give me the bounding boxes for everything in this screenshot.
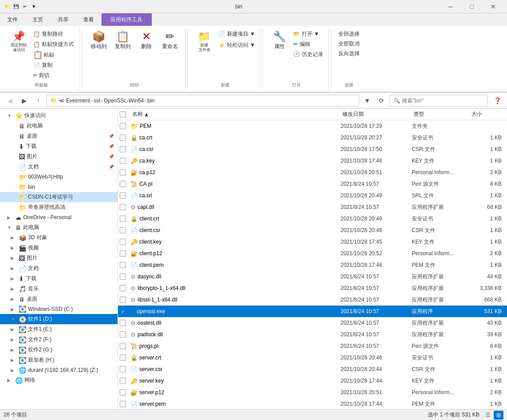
check-cell[interactable] (120, 250, 130, 257)
pin-button[interactable]: 📌 固定到快速访问 (7, 29, 30, 54)
sidebar-drive-f[interactable]: ▶ 💽 文件2 (F:) (0, 334, 118, 345)
file-checkbox[interactable] (120, 227, 126, 233)
sidebar-item-desktop[interactable]: 🖥 桌面 📌 (0, 131, 118, 141)
path-part-1[interactable]: ≪ Eveirment (59, 98, 90, 104)
tab-file[interactable]: 文件 (0, 13, 25, 26)
file-row[interactable]: 🔐 client.p12 2021/10/28 20:52 Personal I… (118, 248, 507, 259)
check-cell[interactable] (120, 227, 130, 233)
file-row[interactable]: 📄 server.csr 2021/10/28 20:44 CSR 文件 1 K… (118, 363, 507, 375)
file-checkbox[interactable] (120, 389, 126, 396)
dropdown-arrow[interactable]: ▼ (361, 94, 373, 107)
copy-to-button[interactable]: 📋 复制到 (111, 29, 134, 52)
file-row[interactable]: 🔑 server.key 2021/10/28 17:44 KEY 文件 1 K… (118, 375, 507, 387)
file-row[interactable]: ✓ ▶ openssl.exe 2021/8/24 10:57 应用程序 531… (118, 306, 507, 317)
sidebar-pictures-pc[interactable]: ▶ 🖼 图片 (0, 253, 118, 263)
sidebar-quick-access[interactable]: ▼ ⭐ 快速访问 (0, 110, 118, 121)
header-check[interactable] (120, 111, 130, 118)
path-part-2[interactable]: ssl (93, 98, 100, 104)
delete-button[interactable]: ✕ 删除 (135, 29, 158, 52)
check-cell[interactable] (120, 239, 130, 245)
search-box[interactable]: 🔍 (389, 95, 487, 106)
header-name[interactable]: 名称 ▲ (130, 110, 341, 118)
copy-path-button[interactable]: 📋 复制路径 (31, 29, 76, 39)
file-row[interactable]: 📜 progs.pl 2021/8/24 10:57 Perl 源文件 6 KB (118, 340, 507, 352)
check-cell[interactable] (120, 343, 130, 349)
sidebar-downloads-pc[interactable]: ▶ ⬇ 下载 (0, 273, 118, 284)
check-cell[interactable] (120, 123, 130, 129)
check-cell[interactable] (120, 285, 130, 291)
check-cell[interactable] (120, 181, 130, 187)
check-cell[interactable] (120, 355, 130, 361)
sidebar-3dobj[interactable]: ▶ 📦 3D 对象 (0, 232, 118, 243)
file-row[interactable]: 🔑 client.key 2021/10/28 17:45 KEY 文件 1 K… (118, 236, 507, 248)
tab-home[interactable]: 主页 (25, 13, 51, 26)
file-checkbox[interactable] (120, 135, 126, 141)
sidebar-docs-pc[interactable]: ▶ 📄 文档 (0, 263, 118, 273)
sidebar-onedrive[interactable]: ▶ ☁ OneDrive - Personal (0, 212, 118, 222)
rename-button[interactable]: ✏ 重命名 (158, 29, 182, 52)
sidebar-item-documents[interactable]: 📄 文档 📌 (0, 162, 118, 172)
file-row[interactable]: 🔒 client.crt 2021/10/28 20:49 安全证书 1 KB (118, 213, 507, 224)
file-row[interactable]: 🔑 ca.key 2021/10/28 17:46 KEY 文件 1 KB (118, 155, 507, 167)
refresh-button[interactable]: ⟳ (375, 94, 388, 107)
new-folder-button[interactable]: 📁 新建文件夹 (193, 29, 215, 54)
check-cell[interactable] (120, 146, 130, 152)
file-checkbox[interactable] (120, 169, 126, 175)
sidebar-drive-z[interactable]: ▶ 🌐 durant (\\192.168.47.129) (Z:) (0, 365, 118, 375)
dropdown-icon[interactable]: ▼ (30, 3, 37, 10)
check-cell[interactable] (120, 169, 130, 175)
view-details-button[interactable]: ☰ (483, 411, 493, 420)
easy-access-button[interactable]: ⚡ 轻松访问 ▼ (216, 41, 257, 50)
properties-button[interactable]: 🔧 属性 (268, 29, 291, 52)
forward-button[interactable]: ▶ (18, 94, 30, 107)
check-cell[interactable] (120, 158, 130, 164)
up-button[interactable]: ↑ (32, 94, 45, 107)
path-part-4[interactable]: bin (147, 98, 154, 104)
sidebar-thispc[interactable]: ▼ 🖥 此电脑 (0, 222, 118, 232)
file-row[interactable]: 🔒 ca.crt 2021/10/28 20:27 安全证书 1 KB (118, 132, 507, 143)
paste-button[interactable]: 📋 粘贴 (31, 50, 76, 60)
sidebar-music[interactable]: ▶ 🎵 音乐 (0, 284, 118, 294)
file-row[interactable]: 🔒 server.crt 2021/10/28 20:46 安全证书 1 KB (118, 352, 507, 363)
file-checkbox[interactable] (120, 146, 126, 152)
file-checkbox[interactable] (120, 239, 126, 245)
file-checkbox[interactable] (120, 285, 126, 291)
tab-manage[interactable]: 应用程序工具 (101, 13, 152, 26)
check-cell[interactable] (120, 204, 130, 210)
cut-button[interactable]: ✂ 剪切 (31, 71, 76, 80)
sidebar-drive-e[interactable]: ▶ 💽 文件1 (E:) (0, 324, 118, 334)
sidebar-network[interactable]: ▶ 🌐 网络 (0, 375, 118, 385)
file-row[interactable]: 📄 server.pem 2021/10/28 17:44 PEM 文件 1 K… (118, 398, 507, 409)
file-row[interactable]: ⚙ osstest.dll 2021/8/24 10:57 应用程序扩展 43 … (118, 317, 507, 329)
file-checkbox[interactable] (120, 366, 126, 372)
sidebar-video[interactable]: ▶ 🎬 视频 (0, 243, 118, 253)
minimize-button[interactable]: ─ (440, 0, 461, 13)
file-checkbox[interactable] (120, 192, 126, 199)
file-checkbox[interactable] (120, 123, 126, 129)
file-checkbox[interactable] (120, 181, 126, 187)
sidebar-drive-g[interactable]: ▶ 💽 软件2 (G:) (0, 345, 118, 355)
file-checkbox[interactable] (120, 343, 126, 349)
file-checkbox[interactable] (120, 355, 126, 361)
check-cell[interactable] (120, 331, 130, 338)
edit-button[interactable]: ✏ 编辑 (292, 40, 324, 49)
sidebar-drive-d[interactable]: ▼ 💽 软件1 (D:) (0, 314, 118, 324)
file-row[interactable]: 📄 ca.csr 2021/10/28 17:50 CSR 文件 1 KB (118, 143, 507, 155)
history-button[interactable]: 🕐 历史记录 (292, 50, 324, 59)
file-row[interactable]: ⚙ capi.dll 2021/8/24 10:57 应用程序扩展 68 KB (118, 201, 507, 213)
close-button[interactable]: ✕ (483, 0, 503, 13)
header-date[interactable]: 修改日期 (341, 110, 412, 118)
file-row[interactable]: 📄 ca.srl 2021/10/28 20:49 SRL 文件 1 KB (118, 190, 507, 201)
file-row[interactable]: ⚙ dasync.dll 2021/8/24 10:57 应用程序扩展 44 K… (118, 271, 507, 282)
help-button[interactable]: ❓ (491, 94, 503, 107)
new-item-button[interactable]: 📄 新建项目 ▼ (216, 29, 257, 39)
maximize-button[interactable]: □ (462, 0, 482, 13)
select-all-checkbox[interactable] (120, 111, 126, 118)
file-row[interactable]: 📁 PEM 2021/10/28 17:29 文件夹 (118, 120, 507, 132)
sidebar-item-csdn[interactable]: 📁 CSDN-C1考试学习 (0, 192, 118, 202)
file-checkbox[interactable] (120, 216, 126, 222)
back-button[interactable]: ◀ (4, 94, 16, 107)
file-checkbox[interactable] (120, 262, 126, 268)
file-row[interactable]: ⚙ libssl-1_1-x64.dll 2021/8/24 10:57 应用程… (118, 294, 507, 306)
sidebar-item-003web[interactable]: 📁 003Web与Http (0, 172, 118, 182)
